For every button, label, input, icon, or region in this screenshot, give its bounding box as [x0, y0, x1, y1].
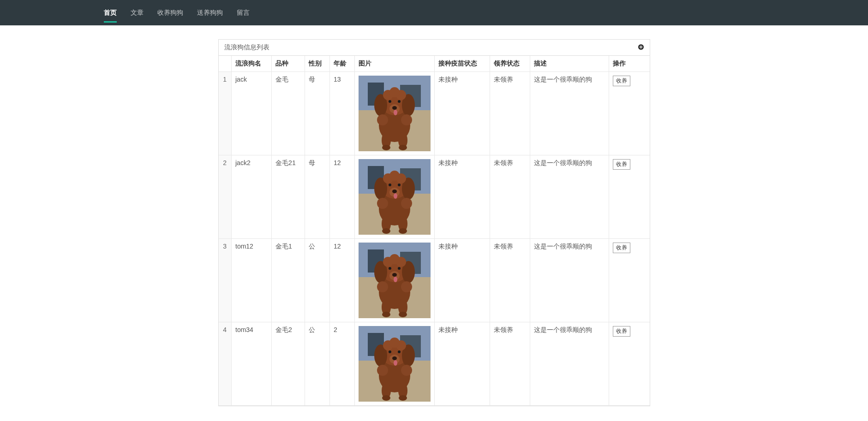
svg-point-58 [389, 267, 391, 270]
cell-vaccine: 未接种 [434, 239, 490, 322]
add-button[interactable] [638, 44, 644, 52]
svg-point-62 [382, 312, 390, 317]
svg-point-63 [399, 312, 407, 317]
svg-point-46 [389, 171, 400, 181]
svg-point-79 [394, 360, 397, 366]
adopt-button[interactable]: 收养 [613, 326, 630, 337]
th-idx [219, 56, 232, 72]
dog-thumbnail [359, 243, 431, 318]
nav-item-adopt[interactable]: 收养狗狗 [150, 1, 190, 25]
cell-adopt: 未领养 [490, 239, 530, 322]
cell-name: jack2 [232, 155, 272, 239]
cell-desc: 这是一个很乖顺的狗 [530, 72, 609, 155]
cell-age: 12 [330, 155, 355, 239]
nav-link-give[interactable]: 送养狗狗 [190, 1, 230, 25]
svg-point-64 [377, 281, 388, 292]
cell-idx: 2 [219, 155, 232, 239]
cell-adopt: 未领养 [490, 322, 530, 406]
top-navbar: 首页 文章 收养狗狗 送养狗狗 留言 [0, 0, 868, 25]
cell-idx: 4 [219, 322, 232, 406]
dogs-table: 流浪狗名 品种 性别 年龄 图片 接种疫苗状态 领养状态 描述 操作 1 jac… [219, 56, 650, 406]
nav-list: 首页 文章 收养狗狗 送养狗狗 留言 [97, 1, 257, 25]
th-gender: 性别 [305, 56, 330, 72]
table-row: 4 tom34 金毛2 公 2 未接种 未领养 这是一个很乖顺的狗 收养 [219, 322, 650, 406]
cell-image [354, 72, 434, 155]
nav-item-give[interactable]: 送养狗狗 [190, 1, 230, 25]
svg-point-84 [382, 395, 390, 401]
cell-age: 2 [330, 322, 355, 406]
svg-point-78 [392, 356, 397, 360]
cell-breed: 金毛 [272, 72, 305, 155]
svg-point-20 [377, 114, 388, 125]
svg-point-18 [382, 145, 390, 150]
svg-point-40 [382, 228, 390, 234]
th-op: 操作 [609, 56, 650, 72]
dog-thumbnail [359, 76, 431, 151]
cell-gender: 母 [305, 72, 330, 155]
table-row: 3 tom12 金毛1 公 12 未接种 未领养 这是一个很乖顺的狗 收养 [219, 239, 650, 322]
nav-link-adopt[interactable]: 收养狗狗 [150, 1, 190, 25]
table-header-row: 流浪狗名 品种 性别 年龄 图片 接种疫苗状态 领养状态 描述 操作 [219, 56, 650, 72]
svg-point-59 [398, 267, 401, 270]
svg-point-41 [399, 228, 407, 234]
panel: 流浪狗信息列表 流浪狗名 品种 性别 年龄 图片 接种疫苗状态 领养状态 描述 … [218, 39, 650, 406]
cell-vaccine: 未接种 [434, 155, 490, 239]
svg-point-81 [398, 350, 401, 353]
cell-image [354, 239, 434, 322]
nav-item-home[interactable]: 首页 [97, 1, 124, 25]
nav-link-message[interactable]: 留言 [230, 1, 257, 25]
svg-point-65 [401, 281, 412, 292]
dog-thumbnail [359, 159, 431, 235]
cell-op: 收养 [609, 72, 650, 155]
svg-point-86 [377, 365, 388, 376]
cell-adopt: 未领养 [490, 155, 530, 239]
svg-point-19 [399, 145, 407, 150]
svg-point-85 [399, 395, 407, 401]
th-breed: 品种 [272, 56, 305, 72]
cell-idx: 3 [219, 239, 232, 322]
cell-op: 收养 [609, 322, 650, 406]
cell-gender: 母 [305, 155, 330, 239]
svg-point-42 [377, 198, 388, 209]
svg-point-15 [398, 100, 401, 103]
svg-point-57 [394, 277, 397, 282]
table-row: 1 jack 金毛 母 13 未接种 未领养 这是一个很乖顺的狗 收养 [219, 72, 650, 155]
panel-title: 流浪狗信息列表 [224, 43, 269, 52]
svg-point-36 [389, 184, 391, 186]
cell-desc: 这是一个很乖顺的狗 [530, 155, 609, 239]
adopt-button[interactable]: 收养 [613, 243, 630, 253]
nav-item-articles[interactable]: 文章 [124, 1, 150, 25]
cell-desc: 这是一个很乖顺的狗 [530, 239, 609, 322]
cell-op: 收养 [609, 155, 650, 239]
th-adopt: 领养状态 [490, 56, 530, 72]
cell-name: tom34 [232, 322, 272, 406]
cell-desc: 这是一个很乖顺的狗 [530, 322, 609, 406]
adopt-button[interactable]: 收养 [613, 159, 630, 170]
cell-idx: 1 [219, 72, 232, 155]
cell-name: tom12 [232, 239, 272, 322]
cell-name: jack [232, 72, 272, 155]
svg-point-35 [394, 193, 397, 199]
table-row: 2 jack2 金毛21 母 12 未接种 未领养 这是一个很乖顺的狗 收养 [219, 155, 650, 239]
svg-point-80 [389, 350, 391, 353]
nav-item-message[interactable]: 留言 [230, 1, 257, 25]
cell-vaccine: 未接种 [434, 322, 490, 406]
cell-age: 12 [330, 239, 355, 322]
nav-link-articles[interactable]: 文章 [124, 1, 150, 25]
th-image: 图片 [354, 56, 434, 72]
cell-breed: 金毛1 [272, 239, 305, 322]
svg-point-34 [392, 190, 397, 193]
svg-point-68 [389, 254, 400, 264]
svg-point-90 [389, 338, 400, 348]
cell-gender: 公 [305, 239, 330, 322]
dog-thumbnail [359, 326, 431, 402]
cell-age: 13 [330, 72, 355, 155]
svg-point-12 [392, 106, 397, 110]
svg-point-14 [389, 100, 391, 103]
cell-op: 收养 [609, 239, 650, 322]
adopt-button[interactable]: 收养 [613, 76, 630, 86]
cell-breed: 金毛21 [272, 155, 305, 239]
th-vaccine: 接种疫苗状态 [434, 56, 490, 72]
svg-point-43 [401, 198, 412, 209]
nav-link-home[interactable]: 首页 [97, 1, 124, 25]
